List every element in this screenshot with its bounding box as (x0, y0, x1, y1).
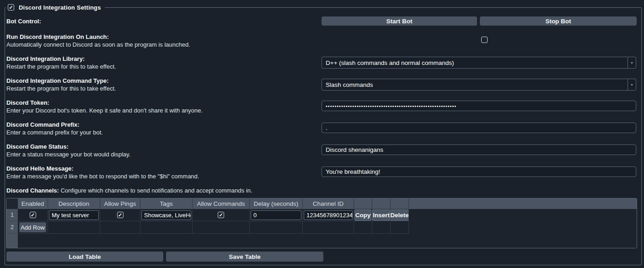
start-bot-button[interactable]: Start Bot (322, 16, 477, 26)
hello-message-input[interactable]: You're breathtaking! (322, 166, 636, 177)
allow-pings-cell: ✓ (100, 209, 140, 221)
table-corner-cell (6, 198, 18, 209)
table-empty-area (6, 234, 637, 248)
run-on-launch-desc: Automatically connect to Discord as soon… (6, 41, 190, 48)
description-cell-input[interactable]: My test server (49, 210, 99, 220)
group-enable-checkbox[interactable]: ✓ (8, 4, 14, 11)
enabled-checkbox[interactable]: ✓ (30, 212, 36, 218)
row-header-1[interactable]: 1 (6, 209, 18, 221)
token-label: Discord Token: (6, 99, 49, 106)
delete-button[interactable]: Delete (391, 209, 409, 221)
token-input[interactable]: ••••••••••••••••••••••••••••••••••••••••… (322, 101, 636, 111)
command-type-desc: Restart the program for this to take eff… (6, 85, 116, 92)
column-header-enabled[interactable]: Enabled (18, 198, 48, 209)
token-desc: Enter your Discord bot's token. Keep it … (6, 107, 203, 114)
bot-control-label: Bot Control: (6, 18, 41, 25)
channel-id-cell-input[interactable]: 123456789012345... (304, 210, 353, 220)
column-header-copy-blank (354, 198, 372, 209)
table-row: 1 ✓ My test server ✓ Showcase, LiveHost … (6, 209, 637, 221)
add-row-cell: Add Row (18, 221, 48, 234)
delay-cell-input[interactable]: 0 (251, 210, 301, 220)
column-header-channel-id[interactable]: Channel ID (303, 198, 354, 209)
copy-cell: Copy (354, 209, 372, 221)
chevron-down-icon: ▼ (628, 57, 636, 68)
empty-cell[interactable] (193, 221, 250, 234)
column-header-description[interactable]: Description (48, 198, 100, 209)
enabled-cell: ✓ (18, 209, 48, 221)
row-filler (409, 221, 637, 234)
table-header-row: Enabled Description Allow Pings Tags All… (6, 198, 637, 209)
empty-cell[interactable] (100, 221, 140, 234)
run-on-launch-checkbox[interactable] (481, 37, 488, 43)
run-on-launch-label: Run Discord Integration On Launch: (6, 33, 109, 40)
empty-cell[interactable] (354, 221, 372, 234)
description-cell: My test server (48, 209, 100, 221)
check-icon: ✓ (31, 213, 35, 218)
check-icon: ✓ (219, 213, 223, 218)
channels-table: Enabled Description Allow Pings Tags All… (6, 198, 637, 248)
row-header-2[interactable]: 2 (6, 221, 18, 234)
empty-cell[interactable] (303, 221, 354, 234)
channel-id-cell: 123456789012345... (303, 209, 354, 221)
allow-pings-checkbox[interactable]: ✓ (117, 212, 123, 218)
command-type-label: Discord Integration Command Type: (6, 77, 109, 84)
copy-button[interactable]: Copy (354, 209, 371, 221)
allow-commands-checkbox[interactable]: ✓ (218, 212, 224, 218)
library-desc: Restart the program for this to take eff… (6, 63, 116, 70)
insert-cell: Insert (372, 209, 391, 221)
channels-label: Discord Channels: (6, 187, 59, 194)
empty-cell[interactable] (372, 221, 391, 234)
delete-cell: Delete (391, 209, 409, 221)
library-label: Discord Integration Library: (6, 55, 85, 62)
library-select[interactable]: D++ (slash commands and normal commands)… (322, 57, 636, 69)
game-status-label: Discord Game Status: (6, 143, 69, 150)
tags-cell: Showcase, LiveHost (140, 209, 193, 221)
command-type-selected-value: Slash commands (322, 79, 628, 90)
empty-cell[interactable] (250, 221, 303, 234)
load-table-button[interactable]: Load Table (6, 252, 163, 262)
row-header-filler (6, 234, 18, 248)
delay-cell: 0 (250, 209, 303, 221)
empty-cell[interactable] (391, 221, 409, 234)
group-title-bar: ✓ Discord Integration Settings (6, 3, 105, 11)
prefix-input[interactable]: . (322, 123, 636, 133)
check-icon: ✓ (9, 5, 13, 10)
table-header-filler (409, 198, 637, 209)
channels-heading: Discord Channels: Configure which channe… (6, 187, 252, 194)
stop-bot-button[interactable]: Stop Bot (480, 16, 637, 26)
command-type-select[interactable]: Slash commands ▼ (322, 79, 636, 91)
add-row-button[interactable]: Add Row (19, 222, 46, 232)
discord-settings-screen: ✓ Discord Integration Settings Bot Contr… (0, 0, 644, 268)
empty-cell[interactable] (140, 221, 193, 234)
game-status-desc: Enter a status message your bot would di… (6, 151, 130, 158)
prefix-label: Discord Command Prefix: (6, 121, 80, 128)
column-header-allow-pings[interactable]: Allow Pings (100, 198, 140, 209)
page-title: Discord Integration Settings (19, 4, 101, 11)
row-filler (409, 209, 637, 221)
column-header-allow-commands[interactable]: Allow Commands (193, 198, 250, 209)
library-selected-value: D++ (slash commands and normal commands) (322, 57, 628, 68)
hello-message-label: Discord Hello Message: (6, 165, 74, 172)
save-table-button[interactable]: Save Table (166, 252, 323, 262)
insert-button[interactable]: Insert (372, 209, 390, 221)
channels-desc-text: Configure which channels to send notific… (60, 187, 252, 194)
chevron-down-icon: ▼ (628, 79, 636, 90)
prefix-desc: Enter a command prefix for your bot. (6, 129, 103, 136)
game-status-input[interactable]: Discord shenanigans (322, 145, 636, 155)
table-row: 2 Add Row (6, 221, 637, 234)
hello-message-desc: Enter a message you'd like the bot to re… (6, 173, 199, 180)
allow-commands-cell: ✓ (193, 209, 250, 221)
column-header-delete-blank (391, 198, 409, 209)
column-header-insert-blank (372, 198, 391, 209)
column-header-delay[interactable]: Delay (seconds) (250, 198, 303, 209)
column-header-tags[interactable]: Tags (140, 198, 193, 209)
empty-cell[interactable] (48, 221, 100, 234)
tags-cell-input[interactable]: Showcase, LiveHost (141, 210, 191, 220)
check-icon: ✓ (118, 213, 122, 218)
